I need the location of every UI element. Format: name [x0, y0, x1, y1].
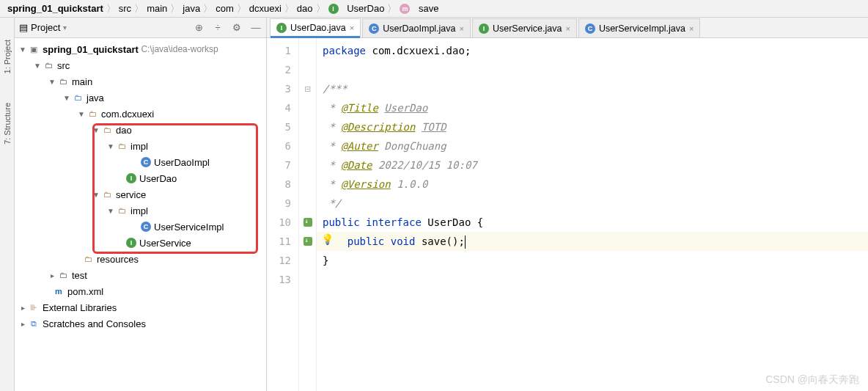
close-icon[interactable]: × — [350, 23, 354, 32]
method-icon: m — [400, 4, 410, 14]
rail-tab-project[interactable]: 1: Project — [3, 40, 12, 73]
close-icon[interactable]: × — [460, 24, 464, 33]
collapse-icon[interactable]: ÷ — [212, 22, 224, 34]
tree-node-main[interactable]: ▼🗀main — [15, 73, 266, 89]
tool-window-header: ▤ Project ▾ ⊕ ÷ ⚙ — — [15, 18, 266, 38]
library-icon: ⊪ — [28, 302, 40, 313]
scratches-icon: ⧉ — [28, 318, 40, 329]
chevron-down-icon[interactable]: ▾ — [63, 23, 67, 32]
implemented-icon[interactable] — [304, 218, 312, 227]
gear-icon[interactable]: ⚙ — [231, 22, 243, 34]
hide-icon[interactable]: — — [250, 22, 262, 34]
resources-icon: 🗀 — [82, 253, 94, 265]
class-icon: C — [141, 157, 151, 167]
line-gutter: 12345678910111213 — [267, 38, 299, 391]
package-icon: 🗀 — [87, 108, 98, 120]
tree-node-userservice[interactable]: ▼IUserService — [15, 235, 266, 251]
interface-icon: I — [276, 23, 287, 33]
package-icon: 🗀 — [101, 124, 113, 136]
crumb-item[interactable]: spring_01_quickstart — [7, 3, 103, 14]
crumb-item[interactable]: java — [183, 3, 200, 14]
package-icon: 🗀 — [116, 205, 128, 216]
tree-node-impl-svc[interactable]: ▼🗀impl — [15, 202, 266, 219]
tree-node-dao[interactable]: ▼🗀dao — [15, 122, 266, 138]
tree-node-resources[interactable]: ▼🗀resources — [15, 251, 266, 267]
class-icon: C — [369, 23, 379, 34]
tree-node-userserviceimpl[interactable]: ▼CUserServiceImpl — [15, 219, 266, 235]
crumb-item[interactable]: m save — [400, 3, 438, 14]
editor-area: IUserDao.java× CUserDaoImpl.java× IUserS… — [267, 18, 868, 391]
target-icon[interactable]: ⊕ — [193, 22, 205, 34]
folder-icon: 🗀 — [57, 269, 69, 281]
project-tool-window: ▤ Project ▾ ⊕ ÷ ⚙ — ▼▣spring_01_quicksta… — [15, 18, 267, 391]
interface-icon: I — [126, 238, 136, 248]
editor-tabbar: IUserDao.java× CUserDaoImpl.java× IUserS… — [267, 18, 868, 38]
tree-node-userdaoimpl[interactable]: ▼CUserDaoImpl — [15, 154, 266, 170]
implemented-icon[interactable] — [304, 237, 312, 246]
class-icon: C — [585, 23, 595, 34]
close-icon[interactable]: × — [565, 24, 570, 33]
folder-icon: 🗀 — [43, 59, 54, 71]
crumb-item[interactable]: main — [147, 3, 167, 14]
crumb-item[interactable]: dao — [297, 3, 313, 14]
code-editor[interactable]: 12345678910111213 ⊟ 💡 package com.dcxuex… — [267, 38, 868, 391]
interface-icon: I — [328, 4, 339, 14]
package-icon: 🗀 — [101, 189, 113, 200]
interface-icon: I — [126, 173, 136, 183]
close-icon[interactable]: × — [689, 24, 694, 33]
tree-node-external[interactable]: ▸⊪External Libraries — [15, 299, 266, 315]
marker-gutter: ⊟ — [299, 38, 317, 391]
project-tree[interactable]: ▼▣spring_01_quickstart C:\java\idea-work… — [15, 38, 266, 391]
tree-node-java[interactable]: ▼🗀java — [15, 89, 266, 106]
tree-node-test[interactable]: ▸🗀test — [15, 267, 266, 283]
folder-icon: 🗀 — [57, 76, 69, 87]
rail-tab-structure[interactable]: 7: Structure — [3, 103, 12, 145]
crumb-item[interactable]: src — [119, 3, 131, 14]
tree-node-scratches[interactable]: ▸⧉Scratches and Consoles — [15, 315, 266, 332]
source-folder-icon: 🗀 — [72, 92, 84, 103]
package-icon: 🗀 — [116, 140, 128, 152]
breadcrumb: spring_01_quickstart〉 src〉 main〉 java〉 c… — [0, 0, 868, 18]
tool-window-title[interactable]: Project — [31, 22, 60, 33]
crumb-item[interactable]: dcxuexi — [249, 3, 282, 14]
left-rail: 1: Project 7: Structure — [0, 18, 15, 391]
tree-node-root[interactable]: ▼▣spring_01_quickstart C:\java\idea-work… — [15, 41, 266, 57]
interface-icon: I — [479, 23, 489, 34]
tab-userdao[interactable]: IUserDao.java× — [270, 18, 361, 37]
maven-icon: m — [53, 285, 65, 297]
tab-userservice[interactable]: IUserService.java× — [472, 18, 577, 37]
crumb-item[interactable]: I UserDao — [328, 3, 385, 14]
tree-node-package[interactable]: ▼🗀com.dcxuexi — [15, 106, 266, 122]
crumb-item[interactable]: com — [216, 3, 234, 14]
code-content[interactable]: 💡 package com.dcxuexi.dao; /*** * @Title… — [317, 38, 868, 391]
tree-node-pom[interactable]: ▼mpom.xml — [15, 283, 266, 299]
module-icon: ▣ — [28, 43, 40, 55]
project-dropdown-icon[interactable]: ▤ — [19, 22, 28, 33]
tree-node-src[interactable]: ▼🗀src — [15, 57, 266, 73]
tab-userdaoimpl[interactable]: CUserDaoImpl.java× — [362, 18, 471, 37]
class-icon: C — [141, 222, 151, 232]
tab-userserviceimpl[interactable]: CUserServiceImpl.java× — [578, 18, 701, 37]
tree-node-impl[interactable]: ▼🗀impl — [15, 138, 266, 154]
lightbulb-icon[interactable]: 💡 — [321, 233, 334, 245]
tree-node-service[interactable]: ▼🗀service — [15, 186, 266, 202]
tree-node-userdao[interactable]: ▼IUserDao — [15, 170, 266, 186]
